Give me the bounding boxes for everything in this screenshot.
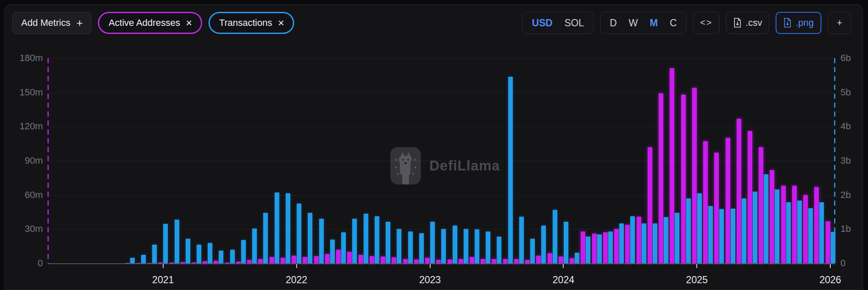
bar-transactions[interactable] <box>130 258 135 263</box>
bar-active-addresses[interactable] <box>258 259 263 263</box>
bar-active-addresses[interactable] <box>792 186 797 263</box>
bar-active-addresses[interactable] <box>781 186 786 263</box>
bar-transactions[interactable] <box>686 198 691 263</box>
bar-transactions[interactable] <box>642 223 646 263</box>
metric-pill-active-addresses[interactable]: Active Addresses ✕ <box>98 12 202 34</box>
bar-active-addresses[interactable] <box>748 131 752 263</box>
bar-active-addresses[interactable] <box>681 95 686 263</box>
bar-active-addresses[interactable] <box>303 257 307 263</box>
bar-transactions[interactable] <box>819 202 824 263</box>
bar-active-addresses[interactable] <box>692 88 697 263</box>
bar-active-addresses[interactable] <box>459 259 463 263</box>
bar-active-addresses[interactable] <box>203 261 207 263</box>
bar-transactions[interactable] <box>453 226 457 264</box>
bar-active-addresses[interactable] <box>158 262 163 263</box>
bar-transactions[interactable] <box>708 206 713 263</box>
bar-active-addresses[interactable] <box>147 263 152 263</box>
interval-option-cumulative[interactable]: C <box>664 17 683 29</box>
bar-transactions[interactable] <box>186 239 190 263</box>
bar-transactions[interactable] <box>575 253 579 263</box>
bar-active-addresses[interactable] <box>136 263 141 263</box>
bar-active-addresses[interactable] <box>659 93 663 263</box>
bar-transactions[interactable] <box>508 77 513 263</box>
bar-transactions[interactable] <box>297 204 301 263</box>
bar-transactions[interactable] <box>319 219 324 263</box>
bar-active-addresses[interactable] <box>347 252 352 263</box>
download-csv-button[interactable]: .csv <box>726 12 769 34</box>
currency-option-sol[interactable]: SOL <box>559 17 590 29</box>
bar-transactions[interactable] <box>653 223 657 263</box>
bar-active-addresses[interactable] <box>392 257 396 263</box>
bar-transactions[interactable] <box>286 193 290 263</box>
bar-transactions[interactable] <box>731 209 735 263</box>
bar-transactions[interactable] <box>219 251 223 263</box>
bar-active-addresses[interactable] <box>481 259 485 263</box>
interval-option-monthly[interactable]: M <box>644 17 664 29</box>
bar-transactions[interactable] <box>408 231 413 263</box>
bar-transactions[interactable] <box>397 229 401 264</box>
interval-option-weekly[interactable]: W <box>623 17 644 29</box>
bar-transactions[interactable] <box>586 237 590 263</box>
bar-active-addresses[interactable] <box>414 259 419 263</box>
bar-active-addresses[interactable] <box>759 147 763 263</box>
remove-metric-icon[interactable]: ✕ <box>278 18 284 28</box>
bar-transactions[interactable] <box>430 222 435 263</box>
bar-active-addresses[interactable] <box>403 259 408 263</box>
bar-active-addresses[interactable] <box>236 262 241 263</box>
bar-active-addresses[interactable] <box>625 225 630 263</box>
bar-transactions[interactable] <box>464 229 468 264</box>
bar-transactions[interactable] <box>386 222 390 263</box>
bar-active-addresses[interactable] <box>381 257 385 263</box>
bar-transactions[interactable] <box>330 240 335 264</box>
bar-active-addresses[interactable] <box>292 256 296 263</box>
bar-active-addresses[interactable] <box>214 261 218 263</box>
bar-transactions[interactable] <box>252 229 257 263</box>
bar-transactions[interactable] <box>341 232 346 263</box>
bar-transactions[interactable] <box>530 239 535 263</box>
bar-active-addresses[interactable] <box>270 257 274 263</box>
bar-active-addresses[interactable] <box>581 231 585 263</box>
download-png-button[interactable]: .png <box>776 12 821 34</box>
bar-active-addresses[interactable] <box>559 257 563 263</box>
bar-transactions[interactable] <box>141 255 146 263</box>
bar-active-addresses[interactable] <box>670 68 674 263</box>
bar-active-addresses[interactable] <box>714 153 719 263</box>
remove-metric-icon[interactable]: ✕ <box>186 18 192 28</box>
bar-active-addresses[interactable] <box>770 170 774 264</box>
bar-transactions[interactable] <box>831 232 835 263</box>
interval-option-daily[interactable]: D <box>604 17 623 29</box>
bar-transactions[interactable] <box>486 231 490 263</box>
bar-transactions[interactable] <box>719 209 724 263</box>
bar-active-addresses[interactable] <box>514 259 519 263</box>
bar-transactions[interactable] <box>419 233 424 263</box>
bar-active-addresses[interactable] <box>225 262 230 263</box>
bar-transactions[interactable] <box>553 210 557 263</box>
bar-active-addresses[interactable] <box>247 260 252 263</box>
bar-transactions[interactable] <box>352 219 357 263</box>
bar-active-addresses[interactable] <box>336 250 341 263</box>
bar-active-addresses[interactable] <box>803 195 808 263</box>
embed-code-button[interactable]: <> <box>693 12 720 34</box>
metric-pill-transactions[interactable]: Transactions ✕ <box>209 12 294 34</box>
bar-transactions[interactable] <box>241 240 246 263</box>
bar-transactions[interactable] <box>608 231 613 263</box>
bar-active-addresses[interactable] <box>570 258 574 263</box>
bar-transactions[interactable] <box>364 214 368 263</box>
bar-active-addresses[interactable] <box>425 258 430 263</box>
bar-active-addresses[interactable] <box>703 141 708 263</box>
bar-transactions[interactable] <box>519 217 524 263</box>
bar-active-addresses[interactable] <box>470 257 474 263</box>
bar-active-addresses[interactable] <box>814 187 819 263</box>
bar-active-addresses[interactable] <box>325 254 330 263</box>
bar-active-addresses[interactable] <box>436 260 441 263</box>
bar-active-addresses[interactable] <box>726 138 730 263</box>
bar-active-addresses[interactable] <box>370 256 374 263</box>
bar-active-addresses[interactable] <box>181 262 185 263</box>
bar-active-addresses[interactable] <box>359 255 363 263</box>
bar-transactions[interactable] <box>308 213 312 263</box>
add-chart-button[interactable]: + <box>828 12 851 34</box>
bar-active-addresses[interactable] <box>281 258 285 263</box>
bar-transactions[interactable] <box>675 213 679 263</box>
bar-transactions[interactable] <box>664 217 668 263</box>
bar-active-addresses[interactable] <box>448 259 452 263</box>
